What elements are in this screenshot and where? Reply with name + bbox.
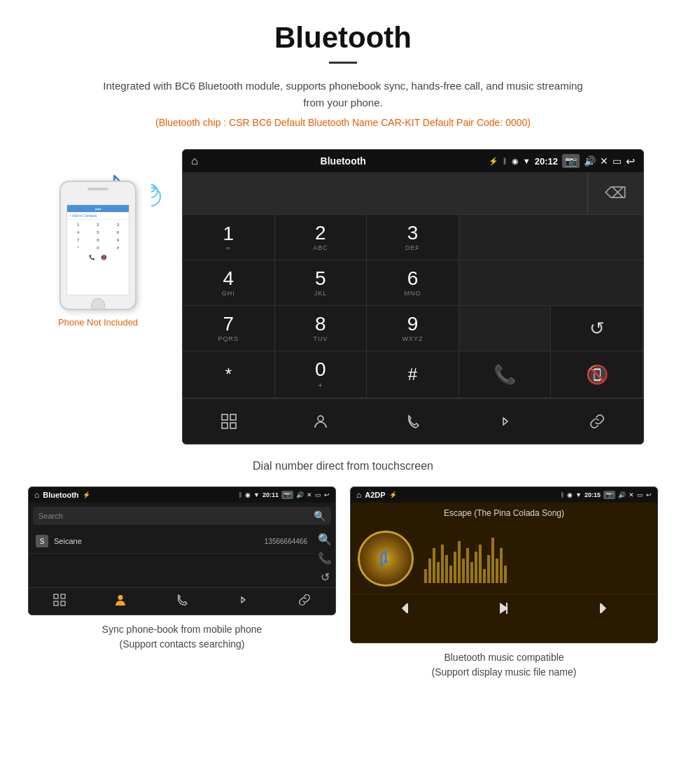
svg-point-11 <box>384 560 388 564</box>
phone-dial-cell: 7 <box>69 237 88 244</box>
pb-call-icon[interactable]: 📞 <box>318 552 332 565</box>
phone-not-included: Phone Not Included <box>58 317 138 328</box>
svg-rect-5 <box>54 594 58 598</box>
next-button[interactable] <box>594 601 608 619</box>
pb-back-icon[interactable]: ↩ <box>324 491 330 498</box>
phone-dial-cell: * <box>69 244 88 251</box>
phone-dial-cell: 4 <box>69 229 88 236</box>
bluetooth-nav-button[interactable] <box>491 407 519 435</box>
refresh-button[interactable]: ↺ <box>551 306 643 351</box>
ms-close-icon[interactable]: ✕ <box>629 491 634 498</box>
phone-dial-cell: 8 <box>88 237 107 244</box>
dial-key-6[interactable]: 6 MNO <box>367 260 459 306</box>
close-icon[interactable]: ✕ <box>600 155 608 167</box>
backspace-button[interactable]: ⌫ <box>587 172 643 214</box>
camera-icon[interactable]: 📷 <box>562 154 580 168</box>
pb-search-icon[interactable]: 🔍 <box>318 533 332 546</box>
contact-number: 13566664466 <box>265 538 307 545</box>
svg-rect-18 <box>600 603 601 613</box>
music-screen-wrapper: ⌂ A2DP ⚡ ᛒ ◉ ▼ 20:15 📷 🔊 ✕ ▭ ↩ <box>350 486 658 687</box>
pb-link-btn[interactable] <box>298 594 311 609</box>
dial-key-hash[interactable]: # <box>367 351 459 398</box>
phonebook-search-bar[interactable]: Search 🔍 <box>33 507 331 525</box>
svg-rect-13 <box>407 603 408 613</box>
ms-vol-icon[interactable]: 🔊 <box>618 491 626 498</box>
back-icon[interactable]: ↩ <box>626 155 635 168</box>
music-visualizer <box>424 534 650 583</box>
phone-dial-cell: 6 <box>108 229 127 236</box>
svg-point-4 <box>318 416 323 421</box>
pb-status-right: ᛒ ◉ ▼ 20:11 📷 🔊 ✕ ▭ ↩ <box>239 491 330 499</box>
ms-bt-icon: ᛒ <box>561 491 564 498</box>
page-description: Integrated with BC6 Bluetooth module, su… <box>98 78 588 111</box>
title-divider <box>329 62 357 64</box>
volume-icon[interactable]: 🔊 <box>584 155 596 167</box>
dial-input-row: ⌫ <box>183 172 643 215</box>
ms-home-icon[interactable]: ⌂ <box>356 490 361 500</box>
phone-dial-cell: 0 <box>88 244 107 251</box>
dial-key-7[interactable]: 7 PQRS <box>183 306 275 351</box>
contact-initial: S <box>36 535 48 547</box>
dial-key-3[interactable]: 3 DEF <box>367 215 459 260</box>
ms-camera-icon[interactable]: 📷 <box>603 491 615 499</box>
usb-icon: ⚡ <box>489 157 498 166</box>
pb-home-icon[interactable]: ⌂ <box>34 490 39 500</box>
ms-wifi-icon: ▼ <box>575 491 582 498</box>
ms-min-icon[interactable]: ▭ <box>637 491 643 498</box>
link-nav-button[interactable] <box>583 407 611 435</box>
phonebook-right-icons: 🔍 📞 ↺ <box>314 529 335 587</box>
call-button[interactable]: 📞 <box>459 351 552 398</box>
album-art <box>358 531 414 587</box>
phone-dial-cell: # <box>108 244 127 251</box>
svg-rect-15 <box>506 603 507 614</box>
pb-person-btn[interactable] <box>114 594 127 609</box>
svg-rect-3 <box>230 423 236 428</box>
hangup-button[interactable]: 📵 <box>551 351 643 398</box>
ms-status-right: ᛒ ◉ ▼ 20:15 📷 🔊 ✕ ▭ ↩ <box>561 491 652 499</box>
svg-rect-6 <box>61 594 65 598</box>
phonebook-status-bar: ⌂ Bluetooth ⚡ ᛒ ◉ ▼ 20:11 📷 🔊 ✕ ▭ ↩ <box>29 487 335 503</box>
phonebook-main-content: S Seicane 13566664466 🔍 📞 ↺ <box>29 529 335 587</box>
dial-key-5[interactable]: 5 JKL <box>275 260 368 306</box>
dial-key-star[interactable]: * <box>183 351 275 398</box>
pb-close-icon[interactable]: ✕ <box>307 491 312 498</box>
minimize-icon[interactable]: ▭ <box>612 155 622 167</box>
music-status-bar: ⌂ A2DP ⚡ ᛒ ◉ ▼ 20:15 📷 🔊 ✕ ▭ ↩ <box>351 487 657 503</box>
person-nav-button[interactable] <box>307 407 335 435</box>
pb-grid-btn[interactable] <box>53 594 66 609</box>
svg-rect-0 <box>222 414 227 420</box>
bt-wave-3 <box>137 183 165 211</box>
search-button[interactable]: 🔍 <box>314 510 326 522</box>
pb-bt-btn[interactable] <box>237 594 250 609</box>
home-icon[interactable]: ⌂ <box>191 155 198 167</box>
pb-min-icon[interactable]: ▭ <box>315 491 321 498</box>
dial-key-1[interactable]: 1 ∞ <box>183 215 275 260</box>
grid-nav-button[interactable] <box>215 407 243 435</box>
dial-key-empty-3 <box>459 306 552 351</box>
pb-vol-icon[interactable]: 🔊 <box>296 491 304 498</box>
phonebook-screen: ⌂ Bluetooth ⚡ ᛒ ◉ ▼ 20:11 📷 🔊 ✕ ▭ ↩ <box>28 486 336 615</box>
dial-key-4[interactable]: 4 GHI <box>183 260 275 306</box>
pb-status-title: Bluetooth <box>43 491 78 499</box>
phone-nav-button[interactable] <box>399 407 427 435</box>
phone-dial-cell: 9 <box>108 237 127 244</box>
dial-input-display[interactable] <box>183 172 587 214</box>
prev-button[interactable] <box>400 601 414 619</box>
dial-key-8[interactable]: 8 TUV <box>275 306 368 351</box>
pb-phone-btn[interactable] <box>176 594 188 609</box>
ms-back-icon[interactable]: ↩ <box>646 491 652 498</box>
play-pause-button[interactable] <box>497 601 511 619</box>
dial-key-0[interactable]: 0 + <box>275 351 368 398</box>
svg-rect-7 <box>54 601 58 606</box>
pb-refresh-icon[interactable]: ↺ <box>321 570 330 584</box>
svg-point-9 <box>118 595 123 600</box>
bt-status-icon: ᛒ <box>503 157 507 165</box>
pb-camera-icon[interactable]: 📷 <box>281 491 293 499</box>
phone-dial-cell: 1 <box>69 221 88 228</box>
dial-key-2[interactable]: 2 ABC <box>275 215 368 260</box>
phone-home-btn <box>91 298 105 310</box>
svg-rect-2 <box>222 423 227 428</box>
dial-key-9[interactable]: 9 WXYZ <box>367 306 459 351</box>
ms-status-title: A2DP <box>365 491 385 499</box>
contact-name: Seicane <box>54 537 265 545</box>
